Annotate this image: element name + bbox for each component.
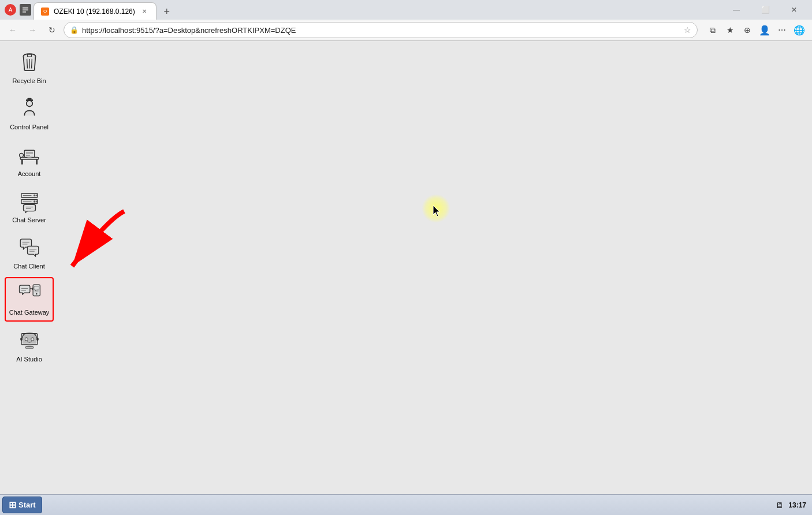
control-panel-icon[interactable]: Control Panel (5, 92, 54, 136)
account-label: Account (18, 170, 41, 178)
svg-rect-2 (23, 12, 26, 13)
chat-gateway-icon[interactable]: Chat Gateway (5, 277, 54, 321)
svg-point-40 (35, 293, 37, 295)
control-panel-svg (17, 96, 42, 121)
title-bar: A O OZEKI 10 (192.168.0.126) ✕ + — ⬜ ✕ (0, 0, 812, 20)
svg-line-5 (27, 59, 27, 69)
window-controls: — ⬜ ✕ (723, 0, 807, 20)
title-bar-left: A (5, 4, 31, 16)
svg-rect-13 (36, 159, 38, 165)
svg-rect-0 (23, 8, 28, 9)
close-button[interactable]: ✕ (781, 0, 807, 20)
svg-point-23 (36, 195, 38, 197)
arrow-annotation (55, 208, 130, 279)
url-box[interactable]: 🔒 https://localhost:9515/?a=Desktop&ncre… (64, 22, 698, 38)
svg-point-44 (31, 338, 33, 341)
svg-rect-7 (27, 54, 31, 57)
start-icon: ⊞ (9, 499, 16, 510)
star-icon[interactable]: ☆ (684, 25, 691, 35)
taskbar-right: 🖥 13:17 (776, 501, 810, 510)
tab-close-button[interactable]: ✕ (140, 7, 149, 16)
svg-rect-15 (27, 157, 31, 159)
browser-menu-icon[interactable] (20, 4, 31, 16)
lock-icon: 🔒 (70, 26, 79, 34)
ai-studio-svg (17, 329, 42, 353)
address-bar: ← → ↻ 🔒 https://localhost:9515/?a=Deskto… (0, 20, 812, 40)
svg-point-8 (26, 100, 32, 107)
svg-point-24 (33, 200, 36, 203)
new-tab-button[interactable]: + (159, 3, 175, 20)
chat-client-icon[interactable]: Chat Client (5, 231, 54, 275)
cursor-glow (422, 194, 450, 223)
svg-line-6 (31, 59, 32, 69)
chat-client-svg (17, 236, 42, 260)
svg-point-19 (19, 153, 23, 157)
svg-point-25 (36, 200, 38, 203)
svg-rect-45 (27, 345, 31, 347)
more-button[interactable]: ⋯ (774, 22, 790, 38)
edge-icon[interactable]: 🌐 (791, 22, 807, 38)
ai-studio-label: AI Studio (16, 355, 42, 363)
recycle-bin-svg (17, 50, 42, 74)
chat-gateway-label: Chat Gateway (9, 308, 50, 316)
tab-favicon: O (41, 8, 49, 16)
forward-button[interactable]: → (24, 22, 40, 38)
desktop: Recycle Bin Control Panel (0, 41, 812, 474)
url-text: https://localhost:9515/?a=Desktop&ncrefr… (82, 26, 680, 35)
control-panel-label: Control Panel (10, 123, 49, 131)
minimize-button[interactable]: — (723, 0, 750, 20)
svg-rect-10 (27, 98, 31, 100)
profile-browser-button[interactable]: 👤 (757, 22, 773, 38)
chat-server-svg (17, 189, 42, 214)
profile-icon[interactable]: A (5, 4, 16, 16)
start-label: Start (18, 501, 36, 509)
svg-rect-1 (23, 10, 28, 11)
ai-studio-icon[interactable]: AI Studio (5, 324, 54, 368)
recycle-bin-icon[interactable]: Recycle Bin (5, 46, 54, 89)
clock: 13:17 (788, 501, 806, 509)
svg-rect-48 (36, 338, 39, 341)
favorites-button[interactable]: ★ (722, 22, 738, 38)
active-tab[interactable]: O OZEKI 10 (192.168.0.126) ✕ (33, 2, 157, 20)
svg-point-22 (33, 195, 36, 197)
desktop-icons-column: Recycle Bin Control Panel (5, 46, 57, 368)
svg-rect-12 (21, 159, 23, 165)
taskbar: ⊞ Start 🖥 13:17 (0, 494, 812, 515)
svg-point-43 (25, 338, 28, 341)
back-button[interactable]: ← (5, 22, 21, 38)
maximize-button[interactable]: ⬜ (752, 0, 779, 20)
display-icon[interactable]: 🖥 (776, 501, 784, 510)
collections-button[interactable]: ⊕ (739, 22, 755, 38)
browser-chrome: A O OZEKI 10 (192.168.0.126) ✕ + — ⬜ ✕ ←… (0, 0, 812, 41)
chat-server-label: Chat Server (12, 216, 46, 224)
svg-rect-47 (20, 338, 23, 341)
account-svg (17, 143, 42, 167)
start-button[interactable]: ⊞ Start (2, 497, 42, 513)
cursor (433, 206, 441, 214)
recycle-bin-label: Recycle Bin (12, 77, 46, 85)
svg-rect-46 (25, 346, 33, 348)
toolbar-icons: ⧉ ★ ⊕ 👤 ⋯ 🌐 (705, 22, 807, 38)
chat-server-icon[interactable]: Chat Server (5, 185, 54, 229)
split-view-button[interactable]: ⧉ (705, 22, 721, 38)
tab-bar: O OZEKI 10 (192.168.0.126) ✕ + (31, 0, 723, 20)
account-icon[interactable]: Account (5, 139, 54, 182)
reload-button[interactable]: ↻ (44, 22, 60, 38)
chat-client-label: Chat Client (13, 262, 44, 270)
tab-title: OZEKI 10 (192.168.0.126) (54, 8, 135, 16)
chat-gateway-svg (17, 282, 42, 306)
